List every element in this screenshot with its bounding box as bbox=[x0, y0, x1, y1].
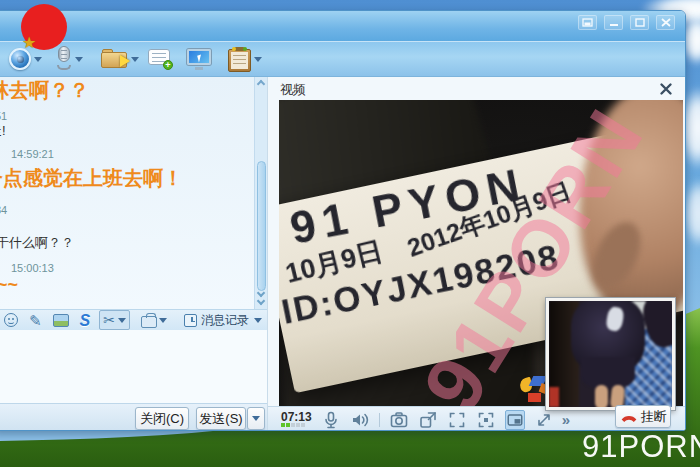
corner-brackets-icon bbox=[447, 410, 467, 430]
chevron-down-icon[interactable] bbox=[131, 57, 139, 62]
picture-in-picture-button[interactable] bbox=[505, 410, 525, 430]
message-history-label: 消息记录 bbox=[201, 312, 249, 329]
more-controls-button[interactable]: » bbox=[562, 411, 570, 428]
chat-toolbar: + bbox=[0, 41, 685, 77]
picture-in-picture-icon bbox=[506, 410, 524, 430]
scroll-down-icon[interactable] bbox=[257, 297, 265, 305]
message-timestamp: 34 bbox=[0, 204, 7, 216]
video-service-logo bbox=[520, 376, 547, 404]
call-timer: 07:13 bbox=[281, 412, 312, 422]
popout-icon bbox=[418, 410, 438, 430]
remote-assist-button[interactable] bbox=[187, 45, 211, 73]
qq-chat-window: + 林去啊？？ 51 走! 14:59:21 合点感觉在上班去啊！ 34 bbox=[0, 10, 686, 431]
snapshot-button[interactable] bbox=[389, 410, 409, 430]
speaker-toggle-button[interactable] bbox=[350, 410, 370, 430]
popout-video-button[interactable] bbox=[418, 410, 438, 430]
scrollbar[interactable] bbox=[254, 77, 267, 309]
call-timer-block: 07:13 bbox=[281, 412, 312, 427]
message-history-area[interactable]: 林去啊？？ 51 走! 14:59:21 合点感觉在上班去啊！ 34 片干什么啊… bbox=[0, 77, 267, 309]
close-chat-button[interactable]: 关闭(C) bbox=[135, 407, 189, 430]
camera-icon bbox=[389, 410, 409, 430]
message-input-area[interactable] bbox=[0, 330, 267, 403]
video-close-button[interactable] bbox=[659, 82, 673, 96]
chat-message: 道~~ bbox=[0, 273, 18, 297]
chat-message: 林去啊？？ bbox=[0, 77, 89, 104]
chat-message: 片干什么啊？？ bbox=[0, 234, 74, 252]
chevron-down-icon[interactable] bbox=[118, 318, 126, 323]
toolbox-icon[interactable] bbox=[141, 316, 157, 328]
clock-icon bbox=[184, 314, 197, 327]
hangup-phone-icon bbox=[620, 411, 638, 423]
create-session-button[interactable]: + bbox=[148, 45, 172, 73]
titlebar[interactable] bbox=[0, 11, 685, 41]
chat-message: 走! bbox=[0, 122, 6, 140]
minimize-button[interactable] bbox=[604, 15, 623, 30]
maximize-button[interactable] bbox=[630, 15, 649, 30]
emoticon-icon[interactable] bbox=[4, 313, 18, 327]
close-icon bbox=[659, 82, 673, 96]
message-timestamp: 51 bbox=[0, 110, 7, 122]
send-file-button[interactable] bbox=[101, 45, 139, 73]
close-button[interactable] bbox=[656, 15, 675, 30]
panel-toggle-button[interactable] bbox=[578, 15, 597, 30]
message-timestamp: 14:59:21 bbox=[11, 148, 54, 160]
send-options-button[interactable] bbox=[247, 407, 265, 430]
apps-button[interactable] bbox=[228, 45, 262, 73]
image-icon[interactable] bbox=[53, 314, 69, 327]
voice-call-button[interactable] bbox=[56, 45, 83, 73]
speaker-icon bbox=[350, 410, 370, 430]
fullscreen-button[interactable] bbox=[476, 410, 496, 430]
swap-arrows-icon bbox=[534, 410, 554, 430]
normal-size-button[interactable] bbox=[447, 410, 467, 430]
chevron-down-icon[interactable] bbox=[75, 57, 83, 62]
clipboard-icon bbox=[228, 47, 251, 72]
screenshot-button[interactable]: ✂ bbox=[99, 310, 130, 330]
site-watermark: 91PORN.ME bbox=[582, 429, 700, 465]
hangup-label: 挂断 bbox=[641, 408, 667, 426]
scroll-up-icon[interactable] bbox=[257, 80, 265, 88]
send-button[interactable]: 发送(S) bbox=[196, 407, 246, 430]
chat-message: 合点感觉在上班去啊！ bbox=[0, 165, 183, 192]
microphone-toggle-button[interactable] bbox=[321, 410, 341, 430]
chat-pane: 林去啊？？ 51 走! 14:59:21 合点感觉在上班去啊！ 34 片干什么啊… bbox=[0, 77, 267, 430]
monitor-icon bbox=[187, 49, 211, 70]
divider bbox=[379, 413, 380, 427]
star-icon: ★ bbox=[22, 33, 36, 52]
chat-bottom-bar: 关闭(C) 发送(S) bbox=[0, 403, 267, 430]
font-edit-icon[interactable]: ✎ bbox=[29, 313, 42, 328]
chevron-down-icon[interactable] bbox=[254, 57, 262, 62]
scissors-icon: ✂ bbox=[103, 312, 115, 328]
chevron-down-icon[interactable] bbox=[254, 318, 262, 323]
video-panel-title: 视频 bbox=[280, 81, 306, 99]
input-toolbar: ✎ S ✂ 消息记录 bbox=[0, 309, 267, 330]
new-message-icon: + bbox=[148, 49, 172, 69]
fullscreen-icon bbox=[476, 410, 496, 430]
self-video-image bbox=[549, 301, 672, 407]
message-history-button[interactable]: 消息记录 bbox=[184, 312, 262, 329]
scrollbar-thumb[interactable] bbox=[257, 161, 266, 291]
window-shake-icon[interactable]: S bbox=[80, 313, 91, 328]
chevron-down-icon bbox=[252, 416, 260, 421]
hangup-button[interactable]: 挂断 bbox=[615, 405, 671, 428]
switch-video-button[interactable] bbox=[534, 410, 554, 430]
chevron-down-icon[interactable] bbox=[34, 57, 42, 62]
chevron-down-icon[interactable] bbox=[159, 318, 167, 323]
window-controls bbox=[578, 15, 675, 30]
microphone-icon bbox=[56, 46, 72, 72]
self-video-preview[interactable] bbox=[546, 298, 675, 410]
send-file-icon bbox=[101, 49, 128, 69]
microphone-icon bbox=[321, 410, 341, 430]
